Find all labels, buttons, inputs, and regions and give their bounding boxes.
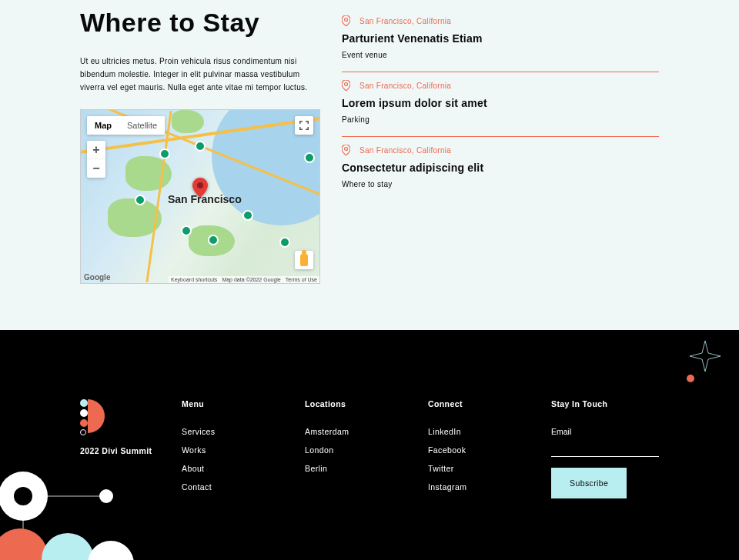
- footer-link-amsterdam[interactable]: Amsterdam: [305, 427, 413, 436]
- svg-point-8: [88, 541, 134, 560]
- map-poi-icon: [195, 141, 206, 152]
- page-title: Where to Stay: [80, 8, 320, 38]
- email-input[interactable]: [551, 445, 659, 453]
- pegman-icon: [300, 254, 308, 266]
- map-zoom-in-button[interactable]: +: [87, 141, 105, 159]
- map-poi-icon: [135, 195, 145, 205]
- map-canvas[interactable]: San Francisco: [81, 110, 319, 283]
- map-attrib-shortcuts[interactable]: Keyboard shortcuts: [171, 277, 217, 282]
- fullscreen-icon: [299, 121, 309, 130]
- footer-locations-heading: Locations: [305, 399, 413, 408]
- map-tab-map[interactable]: Map: [87, 116, 119, 135]
- email-label: Email: [551, 427, 659, 436]
- footer-link-berlin[interactable]: Berlin: [305, 464, 413, 473]
- location-pin-icon: [342, 80, 350, 91]
- listing-subtitle: Where to stay: [342, 180, 659, 188]
- brand-text: 2022 Divi Summit: [80, 446, 166, 455]
- footer-link-twitter[interactable]: Twitter: [428, 464, 536, 473]
- footer-touch-heading: Stay In Touch: [551, 399, 659, 408]
- map-poi-icon: [208, 235, 219, 245]
- map-poi-icon: [279, 237, 290, 248]
- listing-location: San Francisco, California: [359, 146, 451, 155]
- footer-connect-heading: Connect: [428, 399, 536, 408]
- listing-location: San Francisco, California: [359, 17, 451, 25]
- svg-point-4: [14, 487, 32, 505]
- map-poi-icon: [181, 225, 192, 236]
- map-type-tabs: Map Satellite: [87, 116, 165, 135]
- listing-item: San Francisco, California Lorem ipsum do…: [342, 72, 659, 137]
- map-attrib-terms[interactable]: Terms of Use: [286, 277, 317, 282]
- listing-title: Lorem ipsum dolor sit amet: [342, 97, 659, 109]
- footer: 2022 Divi Summit Menu Services Works Abo…: [0, 330, 739, 560]
- footer-link-contact[interactable]: Contact: [182, 482, 289, 492]
- map-attrib-data: Map data ©2022 Google: [222, 277, 280, 282]
- footer-link-about[interactable]: About: [182, 464, 289, 473]
- svg-point-7: [42, 533, 94, 560]
- location-pin-icon: [342, 145, 350, 155]
- circles-decoration-icon: [0, 465, 152, 560]
- location-pin-icon: [342, 15, 350, 26]
- footer-link-london[interactable]: London: [305, 445, 413, 455]
- map[interactable]: San Francisco Map Satellite + − Google: [80, 109, 320, 284]
- star-decoration-icon: [688, 339, 722, 376]
- map-attribution: Keyboard shortcuts Map data ©2022 Google…: [169, 276, 319, 283]
- intro-text: Ut eu ultricies metus. Proin vehicula ri…: [80, 55, 320, 94]
- map-poi-icon: [159, 148, 170, 159]
- listing-location: San Francisco, California: [359, 82, 451, 90]
- brand-logo: [80, 399, 166, 435]
- listing-subtitle: Event venue: [342, 51, 659, 59]
- footer-link-services[interactable]: Services: [182, 427, 289, 436]
- footer-link-linkedin[interactable]: LinkedIn: [428, 427, 536, 436]
- map-city-label: San Francisco: [168, 193, 242, 205]
- svg-point-5: [99, 489, 113, 503]
- map-poi-icon: [242, 210, 253, 221]
- svg-point-0: [197, 182, 203, 188]
- map-zoom-control: + −: [87, 141, 105, 178]
- map-poi-icon: [304, 152, 315, 163]
- map-tab-satellite[interactable]: Satellite: [119, 116, 165, 135]
- map-google-logo: Google: [84, 273, 110, 282]
- svg-point-6: [0, 528, 48, 560]
- footer-link-facebook[interactable]: Facebook: [428, 445, 536, 455]
- map-pegman-button[interactable]: [295, 251, 313, 269]
- listing-item: San Francisco, California Parturient Ven…: [342, 8, 659, 72]
- map-zoom-out-button[interactable]: −: [87, 159, 105, 178]
- dot-decoration-icon: [687, 375, 694, 382]
- subscribe-button[interactable]: Subscribe: [551, 468, 627, 498]
- map-fullscreen-button[interactable]: [295, 116, 313, 135]
- listing-title: Parturient Venenatis Etiam: [342, 32, 659, 45]
- listing-title: Consectetur adipiscing elit: [342, 162, 659, 174]
- footer-link-instagram[interactable]: Instagram: [428, 482, 536, 492]
- listing-subtitle: Parking: [342, 115, 659, 124]
- listing-item: San Francisco, California Consectetur ad…: [342, 137, 659, 201]
- footer-menu-heading: Menu: [182, 399, 289, 408]
- footer-link-works[interactable]: Works: [182, 445, 289, 455]
